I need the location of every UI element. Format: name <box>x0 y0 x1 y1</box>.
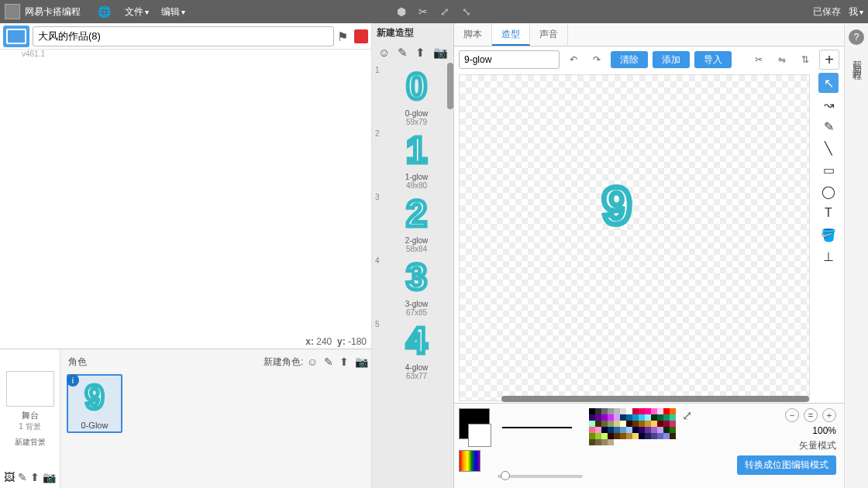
project-title-input[interactable] <box>33 26 334 46</box>
stamp-icon[interactable]: ⬢ <box>397 5 406 18</box>
palette-swatch[interactable] <box>651 433 657 439</box>
help-icon[interactable]: ? <box>849 29 864 45</box>
flip-h-icon[interactable]: ⇋ <box>773 50 791 69</box>
palette-swatch[interactable] <box>614 433 620 439</box>
palette-swatch[interactable] <box>595 414 601 421</box>
palette-swatch[interactable] <box>601 421 608 427</box>
palette-swatch[interactable] <box>645 414 651 421</box>
eyedropper-icon[interactable]: ⤢ <box>682 408 698 423</box>
palette-swatch[interactable] <box>608 433 614 439</box>
backdrop-camera-icon[interactable]: 📷 <box>43 471 56 483</box>
fullscreen-icon[interactable] <box>3 26 29 47</box>
sprite-thumbnail[interactable]: i 9 0-Glow <box>67 374 122 433</box>
palette-swatch[interactable] <box>614 427 620 433</box>
palette-swatch[interactable] <box>595 427 601 433</box>
reshape-tool-icon[interactable]: ↝ <box>818 95 839 115</box>
backdrop-upload-icon[interactable]: ⬆ <box>30 471 40 483</box>
tab-scripts[interactable]: 脚本 <box>454 23 492 46</box>
palette-swatch[interactable] <box>626 414 632 421</box>
palette-swatch[interactable] <box>626 421 632 427</box>
palette-swatch[interactable] <box>645 408 651 414</box>
center-icon[interactable]: + <box>819 50 839 70</box>
paint-canvas[interactable]: 9 <box>460 75 809 400</box>
color-picker-icon[interactable] <box>459 450 480 472</box>
stop-button[interactable] <box>354 29 368 43</box>
undo-icon[interactable]: ↶ <box>564 50 583 69</box>
palette-swatch[interactable] <box>614 408 620 414</box>
costume-item[interactable]: 5 4 4-glow 63x77 <box>375 318 450 380</box>
palette-swatch[interactable] <box>639 408 645 414</box>
file-menu[interactable]: 文件 <box>125 5 149 19</box>
sprite-upload-icon[interactable]: ⬆ <box>339 356 349 368</box>
palette-swatch[interactable] <box>620 414 626 421</box>
sprite-paint-icon[interactable]: ✎ <box>324 356 333 368</box>
palette-swatch[interactable] <box>595 421 601 427</box>
palette-swatch[interactable] <box>632 414 639 421</box>
palette-swatch[interactable] <box>620 421 626 427</box>
secondary-color-swatch[interactable] <box>468 424 491 447</box>
palette-swatch[interactable] <box>608 439 614 445</box>
palette-swatch[interactable] <box>601 408 608 414</box>
palette-swatch[interactable] <box>601 414 608 421</box>
backdrop-paint-icon[interactable]: ✎ <box>18 471 27 483</box>
palette-swatch[interactable] <box>589 414 595 421</box>
palette-swatch[interactable] <box>670 421 676 427</box>
palette-swatch[interactable] <box>589 439 595 445</box>
palette-swatch[interactable] <box>651 408 657 414</box>
sprite-camera-icon[interactable]: 📷 <box>355 356 368 368</box>
redo-icon[interactable]: ↷ <box>587 50 606 69</box>
palette-swatch[interactable] <box>589 433 595 439</box>
palette-swatch[interactable] <box>657 427 663 433</box>
palette-swatch[interactable] <box>670 408 676 414</box>
palette-swatch[interactable] <box>639 433 645 439</box>
line-tool-icon[interactable]: ╲ <box>818 138 839 158</box>
costume-library-icon[interactable]: ☺ <box>378 46 390 60</box>
tab-costumes[interactable]: 造型 <box>492 23 530 46</box>
palette-swatch[interactable] <box>608 427 614 433</box>
palette-swatch[interactable] <box>663 427 670 433</box>
oval-tool-icon[interactable]: ◯ <box>818 181 839 201</box>
zoom-out-icon[interactable]: − <box>785 408 799 422</box>
globe-icon[interactable]: 🌐 <box>98 5 111 18</box>
add-button[interactable]: 添加 <box>653 51 690 68</box>
palette-swatch[interactable] <box>663 433 670 439</box>
costume-paint-icon[interactable]: ✎ <box>398 46 408 60</box>
costume-item[interactable]: 1 0 0-glow 59x79 <box>375 64 450 126</box>
stage[interactable]: v461.1 9 x: 240 y: -180 <box>0 50 371 349</box>
palette-swatch[interactable] <box>595 439 601 445</box>
costume-list[interactable]: 1 0 0-glow 59x79 2 1 1-glow 49x80 3 2 2-… <box>372 63 453 488</box>
palette-swatch[interactable] <box>632 408 639 414</box>
pencil-tool-icon[interactable]: ✎ <box>818 116 839 136</box>
palette-swatch[interactable] <box>645 427 651 433</box>
palette-swatch[interactable] <box>595 408 601 414</box>
palette-swatch[interactable] <box>639 421 645 427</box>
flip-v-icon[interactable]: ⇅ <box>796 50 815 69</box>
stamp-tool-icon[interactable]: ⊥ <box>818 246 839 266</box>
fill-tool-icon[interactable]: 🪣 <box>818 225 839 245</box>
palette-swatch[interactable] <box>651 427 657 433</box>
tab-sounds[interactable]: 声音 <box>530 23 568 46</box>
palette-swatch[interactable] <box>639 414 645 421</box>
sprite-info-icon[interactable]: i <box>67 374 79 387</box>
shrink-icon[interactable]: ⤡ <box>462 5 471 18</box>
costume-upload-icon[interactable]: ⬆ <box>415 46 425 60</box>
palette-swatch[interactable] <box>632 421 639 427</box>
palette-swatch[interactable] <box>670 427 676 433</box>
costume-name-input[interactable] <box>459 50 560 69</box>
palette-swatch[interactable] <box>670 414 676 421</box>
zoom-reset-icon[interactable]: = <box>804 408 818 422</box>
palette-swatch[interactable] <box>608 421 614 427</box>
palette-swatch[interactable] <box>645 433 651 439</box>
palette-swatch[interactable] <box>620 427 626 433</box>
zoom-in-icon[interactable]: + <box>822 408 836 422</box>
palette-swatch[interactable] <box>601 439 608 445</box>
palette-swatch[interactable] <box>663 414 670 421</box>
palette-swatch[interactable] <box>657 433 663 439</box>
palette-swatch[interactable] <box>632 427 639 433</box>
green-flag-icon[interactable]: ⚑ <box>337 29 351 43</box>
palette-swatch[interactable] <box>620 408 626 414</box>
costume-item[interactable]: 3 2 2-glow 58x84 <box>375 191 450 253</box>
palette-swatch[interactable] <box>651 414 657 421</box>
grow-icon[interactable]: ⤢ <box>440 5 450 18</box>
palette-swatch[interactable] <box>663 408 670 414</box>
